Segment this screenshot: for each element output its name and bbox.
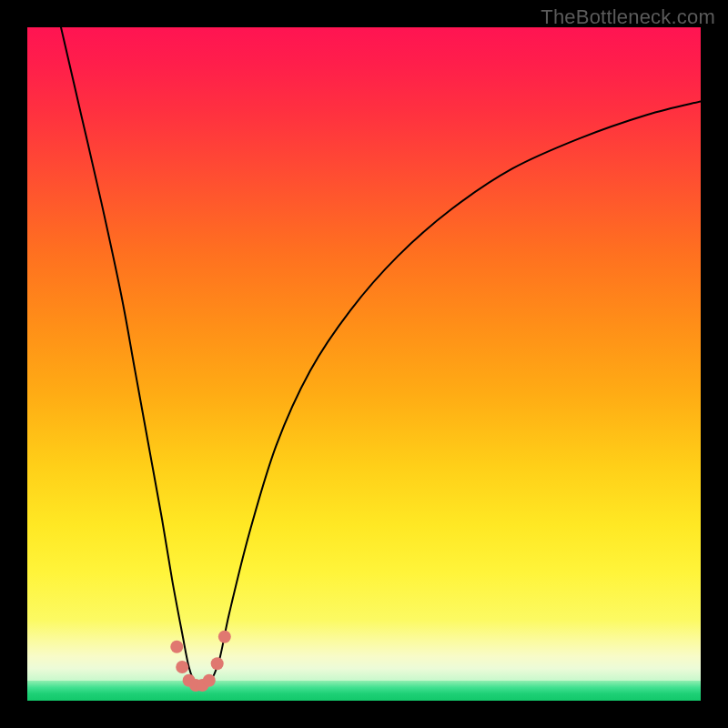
- curve-marker: [170, 641, 183, 653]
- watermark-text: TheBottleneck.com: [541, 5, 715, 29]
- plot-area: [27, 27, 701, 701]
- chart-svg: [27, 27, 701, 701]
- chart-frame: TheBottleneck.com: [0, 0, 728, 728]
- curve-marker: [203, 674, 216, 687]
- curve-marker: [218, 631, 231, 643]
- curve-marker: [211, 657, 224, 670]
- bottleneck-curve: [61, 27, 701, 686]
- curve-marker: [176, 661, 188, 673]
- curve-markers: [170, 631, 231, 692]
